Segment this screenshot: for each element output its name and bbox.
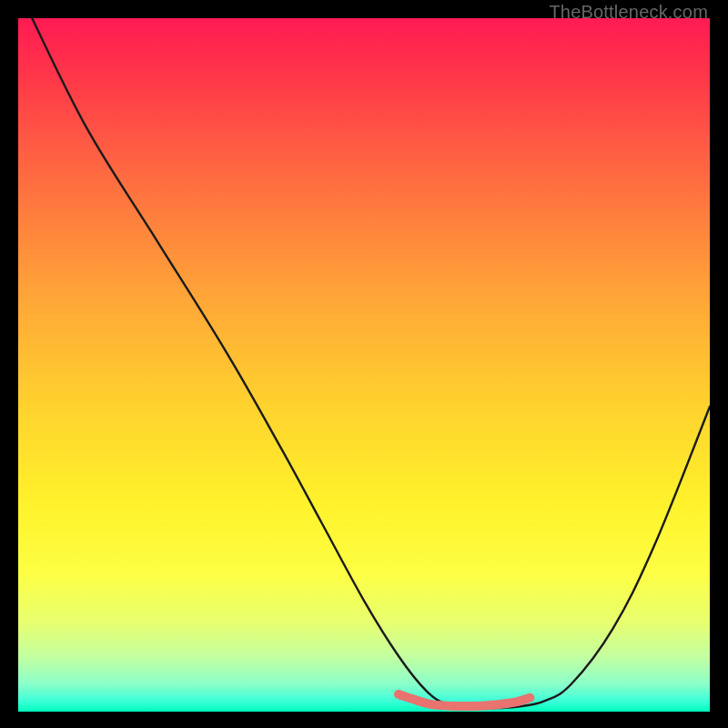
watermark-text: TheBottleneck.com [549,2,708,23]
bottleneck-curve-line [32,18,710,709]
optimal-band-marker [399,694,530,706]
chart-plot-area [18,18,710,712]
chart-overlay [18,18,710,712]
